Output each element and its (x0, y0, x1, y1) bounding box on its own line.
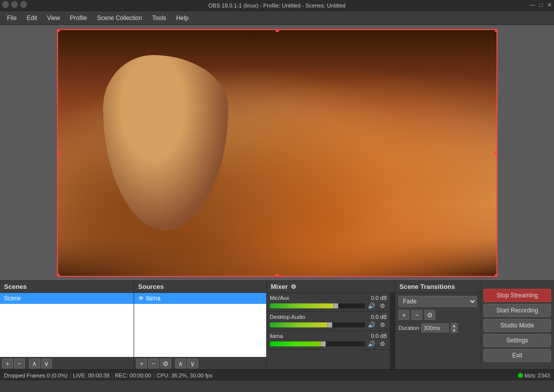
scenes-list[interactable]: Scene (0, 293, 134, 357)
source-item-llama[interactable]: 👁llama (134, 293, 266, 304)
sources-up-button[interactable]: ∧ (175, 358, 186, 368)
title-close-icon[interactable]: ✕ (547, 2, 552, 9)
handle-bc[interactable] (275, 274, 279, 277)
mic-channel-db: 0.0 dB (371, 295, 387, 301)
handle-tr[interactable] (494, 29, 497, 32)
desktop-settings-icon[interactable]: ⚙ (378, 321, 387, 328)
scenes-panel: Scenes Scene + − ∧ ∨ (0, 281, 134, 369)
panels-row: Scenes Scene + − ∧ ∨ Sources 👁llama + (0, 280, 554, 369)
settings-button[interactable]: Settings (483, 334, 551, 347)
sep1: | (70, 372, 71, 378)
mixer-scrollbar[interactable] (390, 293, 395, 369)
sources-down-button[interactable]: ∨ (187, 358, 198, 368)
window-controls: × − □ (2, 1, 27, 8)
source-eye-icon: 👁 (138, 295, 144, 302)
mixer-header: Mixer ⚙ (267, 281, 395, 293)
mic-fader-track[interactable] (270, 303, 365, 308)
desktop-mute-icon[interactable]: 🔊 (367, 321, 376, 328)
desktop-fader-fill (270, 322, 329, 327)
sources-header: Sources (134, 281, 266, 293)
duration-down-button[interactable]: ▼ (451, 328, 458, 333)
llama-mute-icon[interactable]: 🔊 (367, 340, 376, 347)
desktop-channel-name: Desktop Audio (270, 314, 305, 320)
transitions-body: Fade Cut Swipe Slide Stinger Luma Wipe +… (395, 293, 480, 336)
menu-view[interactable]: View (42, 13, 65, 24)
llama-fader-thumb[interactable] (321, 341, 326, 346)
menu-tools[interactable]: Tools (147, 13, 171, 24)
stop-streaming-button[interactable]: Stop Streaming (483, 289, 551, 302)
mixer-channel-mic: Mic/Aux 0.0 dB 🔊 ⚙ (267, 293, 390, 312)
close-button[interactable]: × (2, 1, 9, 8)
sep2: | (112, 372, 113, 378)
live-indicator-dot (518, 373, 523, 378)
mixer-content: Mic/Aux 0.0 dB 🔊 ⚙ (267, 293, 395, 369)
transition-toolbar: + − ⚙ (398, 310, 477, 320)
mixer-channels: Mic/Aux 0.0 dB 🔊 ⚙ (267, 293, 390, 369)
titlebar: × − □ OBS 18.0.1-1 (linux) - Profile: Un… (0, 0, 554, 11)
menu-edit[interactable]: Edit (22, 13, 42, 24)
llama-fader-track[interactable] (270, 341, 365, 346)
sources-settings-button[interactable]: ⚙ (160, 358, 171, 368)
statusbar: Dropped Frames 0 (0.0%) | LIVE: 00:00:38… (0, 369, 554, 380)
preview-canvas[interactable] (57, 29, 497, 277)
title-max-icon[interactable]: □ (539, 2, 543, 9)
window-title: OBS 18.0.1-1 (linux) - Profile: Untitled… (209, 3, 346, 9)
transition-type-select[interactable]: Fade Cut Swipe Slide Stinger Luma Wipe (398, 296, 477, 307)
menu-file[interactable]: File (2, 13, 22, 24)
mic-settings-icon[interactable]: ⚙ (378, 302, 387, 309)
mixer-gear-icon[interactable]: ⚙ (291, 283, 296, 290)
duration-input[interactable] (421, 323, 449, 332)
desktop-channel-db: 0.0 dB (371, 314, 387, 320)
mixer-panel: Mixer ⚙ Mic/Aux 0.0 dB (267, 281, 395, 369)
title-min-icon[interactable]: — (529, 2, 535, 9)
live-text: LIVE: 00:00:38 (73, 372, 110, 378)
transition-add-button[interactable]: + (398, 310, 409, 320)
mic-fader-thumb[interactable] (333, 303, 338, 308)
preview-area (0, 25, 554, 280)
maximize-button[interactable]: □ (20, 1, 27, 8)
handle-bl[interactable] (57, 274, 60, 277)
mic-channel-name: Mic/Aux (270, 295, 289, 301)
scenes-add-button[interactable]: + (2, 358, 13, 368)
llama-settings-icon[interactable]: ⚙ (378, 340, 387, 347)
scenes-down-button[interactable]: ∨ (41, 358, 52, 368)
transitions-header: Scene Transitions (395, 281, 480, 293)
handle-mr[interactable] (494, 151, 497, 155)
menu-help[interactable]: Help (171, 13, 194, 24)
rec-status: REC: 00:00:00 (115, 372, 151, 378)
start-recording-button[interactable]: Start Recording (483, 304, 551, 317)
mic-mute-icon[interactable]: 🔊 (367, 302, 376, 309)
handle-br[interactable] (494, 274, 497, 277)
sources-toolbar: + − ⚙ ∧ ∨ (134, 357, 266, 369)
duration-up-button[interactable]: ▲ (451, 323, 458, 328)
dropped-frames: Dropped Frames 0 (0.0%) (4, 372, 68, 378)
exit-button[interactable]: Exit (483, 349, 551, 362)
cpu-status: CPU: 36.2%, 30.00 fps (157, 372, 213, 378)
sources-add-button[interactable]: + (136, 358, 147, 368)
duration-spinners: ▲ ▼ (451, 323, 458, 333)
transition-settings-button[interactable]: ⚙ (424, 310, 435, 320)
scenes-header: Scenes (0, 281, 134, 293)
scenes-remove-button[interactable]: − (14, 358, 25, 368)
sources-list[interactable]: 👁llama (134, 293, 266, 357)
dropped-frames-text: Dropped Frames 0 (0.0%) (4, 372, 68, 378)
menubar: File Edit View Profile Scene Collection … (0, 11, 554, 25)
menu-profile[interactable]: Profile (65, 13, 92, 24)
duration-label: Duration (398, 325, 419, 331)
desktop-fader-track[interactable] (270, 322, 365, 327)
scenes-up-button[interactable]: ∧ (29, 358, 40, 368)
handle-tl[interactable] (57, 29, 60, 32)
menu-scene-collection[interactable]: Scene Collection (92, 13, 147, 24)
llama-fader-fill (270, 341, 322, 346)
desktop-fader-thumb[interactable] (327, 322, 332, 327)
minimize-button[interactable]: − (11, 1, 18, 8)
mixer-title: Mixer (271, 283, 288, 290)
live-status: LIVE: 00:00:38 (73, 372, 110, 378)
mic-fader-fill (270, 303, 334, 308)
transition-remove-button[interactable]: − (411, 310, 422, 320)
sources-remove-button[interactable]: − (148, 358, 159, 368)
scene-item-scene[interactable]: Scene (0, 293, 134, 304)
llama-channel-db: 0.0 dB (371, 333, 387, 339)
mixer-channel-llama: llama 0.0 dB 🔊 ⚙ (267, 331, 390, 350)
studio-mode-button[interactable]: Studio Mode (483, 319, 551, 332)
